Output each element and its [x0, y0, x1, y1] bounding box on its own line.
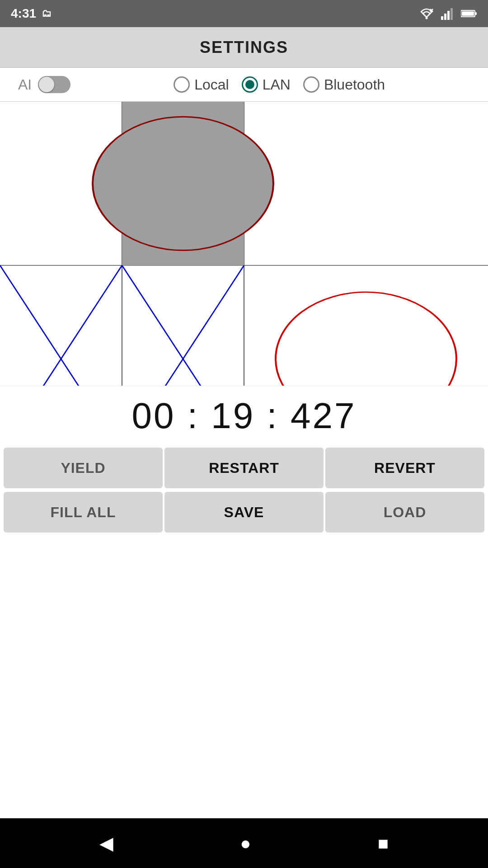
visualization-svg: [0, 102, 488, 386]
radio-circle-bluetooth: [303, 76, 319, 93]
radio-label-local: Local: [194, 76, 229, 93]
radio-bluetooth[interactable]: Bluetooth: [303, 76, 385, 93]
controls-row: AI Local LAN Bluetooth: [0, 68, 488, 101]
yield-button[interactable]: YIELD: [4, 448, 163, 488]
svg-point-0: [426, 17, 428, 19]
radio-label-lan: LAN: [263, 76, 291, 93]
settings-header: SETTINGS: [0, 27, 488, 68]
svg-rect-3: [441, 16, 443, 20]
restart-button[interactable]: RESTART: [164, 448, 324, 488]
radio-label-bluetooth: Bluetooth: [324, 76, 385, 93]
status-bar: 4:31 🗂: [0, 0, 488, 27]
signal-icon: [441, 7, 455, 20]
radio-local[interactable]: Local: [174, 76, 229, 93]
radio-circle-local: [174, 76, 190, 93]
revert-button[interactable]: REVERT: [325, 448, 484, 488]
svg-point-14: [93, 117, 273, 250]
recent-button[interactable]: ■: [378, 833, 389, 854]
ai-label: AI: [18, 76, 32, 93]
time-display: 4:31: [11, 6, 36, 21]
status-right: [418, 7, 477, 20]
sim-icon: 🗂: [42, 8, 52, 19]
fill-all-button[interactable]: FILL ALL: [4, 492, 163, 533]
radio-lan[interactable]: LAN: [242, 76, 291, 93]
load-button[interactable]: LOAD: [325, 492, 484, 533]
svg-rect-5: [447, 11, 450, 20]
svg-line-16: [122, 265, 244, 386]
spacer: [0, 534, 488, 818]
radio-inner-lan: [245, 80, 254, 89]
svg-rect-8: [475, 12, 477, 15]
ai-toggle[interactable]: [38, 76, 70, 93]
wifi-off-icon: [418, 7, 435, 20]
button-row-1: YIELD RESTART REVERT: [0, 446, 488, 490]
home-button[interactable]: ●: [240, 833, 251, 854]
svg-rect-6: [450, 8, 453, 20]
battery-icon: [461, 9, 477, 18]
radio-group: Local LAN Bluetooth: [89, 76, 470, 93]
ai-section: AI: [18, 76, 70, 93]
svg-point-19: [276, 292, 456, 386]
svg-rect-9: [462, 11, 474, 16]
toggle-knob: [39, 77, 54, 92]
settings-title: SETTINGS: [200, 38, 288, 57]
radio-circle-lan: [242, 76, 258, 93]
svg-line-18: [0, 265, 122, 386]
timer-display: 00 : 19 : 427: [132, 395, 357, 437]
svg-line-15: [122, 265, 244, 386]
timer-row: 00 : 19 : 427: [0, 386, 488, 446]
svg-rect-4: [444, 14, 446, 20]
button-row-2: FILL ALL SAVE LOAD: [0, 490, 488, 534]
back-button[interactable]: ◀: [99, 833, 113, 854]
nav-bar: ◀ ● ■: [0, 818, 488, 868]
svg-line-17: [0, 265, 122, 386]
status-left: 4:31 🗂: [11, 6, 52, 21]
canvas-area[interactable]: [0, 101, 488, 386]
save-button[interactable]: SAVE: [164, 492, 324, 533]
